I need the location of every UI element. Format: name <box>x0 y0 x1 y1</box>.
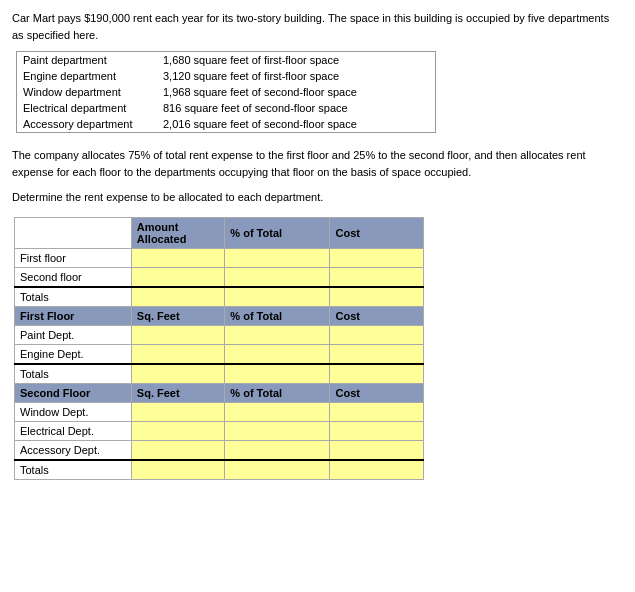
sf-row-label: Totals <box>15 460 132 480</box>
sf-row-label: Accessory Dept. <box>15 441 132 461</box>
sf-input-cell[interactable] <box>330 460 424 480</box>
sf-input-cell[interactable] <box>225 441 330 461</box>
sf-input-cell[interactable] <box>225 460 330 480</box>
allocation-table-wrapper: Amount Allocated % of Total Cost First f… <box>14 217 424 480</box>
second-floor-header: Second Floor <box>15 384 132 403</box>
sf-col-header: Sq. Feet <box>131 384 224 403</box>
floor-input-cell[interactable] <box>225 287 330 307</box>
sf-input-cell[interactable] <box>225 422 330 441</box>
ff-col-header: % of Total <box>225 307 330 326</box>
sf-row-label: Electrical Dept. <box>15 422 132 441</box>
dept-space: 816 square feet of second-floor space <box>157 100 435 116</box>
ff-row-label: Totals <box>15 364 132 384</box>
sf-col-header: Cost <box>330 384 424 403</box>
dept-info-box: Paint department1,680 square feet of fir… <box>16 51 436 133</box>
col-header-label <box>15 218 132 249</box>
explanation-text: The company allocates 75% of total rent … <box>12 147 623 181</box>
sf-input-cell[interactable] <box>131 403 224 422</box>
sf-row-label: Window Dept. <box>15 403 132 422</box>
floor-input-cell[interactable] <box>225 268 330 288</box>
ff-col-header: Cost <box>330 307 424 326</box>
first-floor-header: First Floor <box>15 307 132 326</box>
dept-name: Accessory department <box>17 116 157 132</box>
sf-input-cell[interactable] <box>225 403 330 422</box>
ff-input-cell[interactable] <box>225 345 330 365</box>
dept-name: Paint department <box>17 52 157 68</box>
floor-input-cell[interactable] <box>330 249 424 268</box>
dept-space: 1,968 square feet of second-floor space <box>157 84 435 100</box>
floor-label: Second floor <box>15 268 132 288</box>
col-header-cost: Cost <box>330 218 424 249</box>
dept-name: Electrical department <box>17 100 157 116</box>
sf-input-cell[interactable] <box>330 403 424 422</box>
dept-space: 3,120 square feet of first-floor space <box>157 68 435 84</box>
floor-input-cell[interactable] <box>225 249 330 268</box>
intro-text: Car Mart pays $190,000 rent each year fo… <box>12 10 623 43</box>
sf-input-cell[interactable] <box>131 422 224 441</box>
ff-col-header: Sq. Feet <box>131 307 224 326</box>
ff-row-label: Paint Dept. <box>15 326 132 345</box>
col-header-pct: % of Total <box>225 218 330 249</box>
dept-info-table: Paint department1,680 square feet of fir… <box>17 52 435 132</box>
floor-label: Totals <box>15 287 132 307</box>
determine-text: Determine the rent expense to be allocat… <box>12 191 623 203</box>
ff-input-cell[interactable] <box>330 345 424 365</box>
ff-input-cell[interactable] <box>131 364 224 384</box>
sf-input-cell[interactable] <box>131 460 224 480</box>
ff-input-cell[interactable] <box>131 326 224 345</box>
allocation-table: Amount Allocated % of Total Cost First f… <box>14 217 424 480</box>
floor-input-cell[interactable] <box>131 249 224 268</box>
ff-row-label: Engine Dept. <box>15 345 132 365</box>
sf-col-header: % of Total <box>225 384 330 403</box>
floor-input-cell[interactable] <box>131 268 224 288</box>
ff-input-cell[interactable] <box>225 364 330 384</box>
floor-label: First floor <box>15 249 132 268</box>
sf-input-cell[interactable] <box>131 441 224 461</box>
floor-input-cell[interactable] <box>330 268 424 288</box>
dept-name: Window department <box>17 84 157 100</box>
ff-input-cell[interactable] <box>330 364 424 384</box>
dept-name: Engine department <box>17 68 157 84</box>
floor-input-cell[interactable] <box>330 287 424 307</box>
ff-input-cell[interactable] <box>330 326 424 345</box>
sf-input-cell[interactable] <box>330 441 424 461</box>
floor-input-cell[interactable] <box>131 287 224 307</box>
dept-space: 2,016 square feet of second-floor space <box>157 116 435 132</box>
ff-input-cell[interactable] <box>225 326 330 345</box>
dept-space: 1,680 square feet of first-floor space <box>157 52 435 68</box>
ff-input-cell[interactable] <box>131 345 224 365</box>
sf-input-cell[interactable] <box>330 422 424 441</box>
col-header-amount: Amount Allocated <box>131 218 224 249</box>
